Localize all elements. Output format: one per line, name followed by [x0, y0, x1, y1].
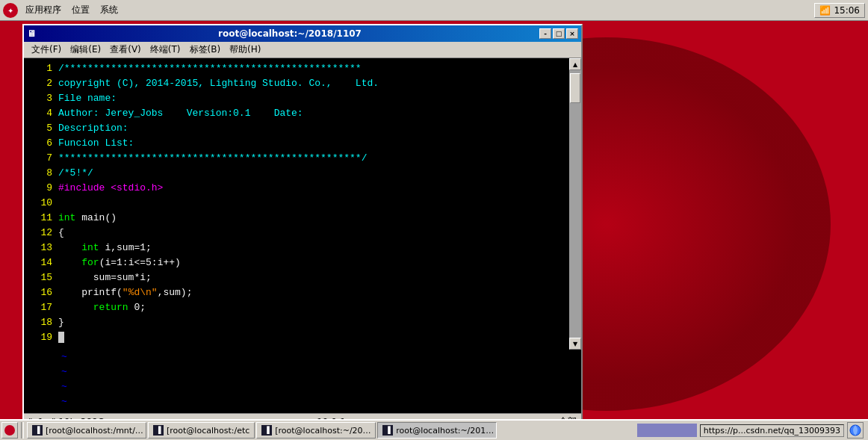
maximize-button[interactable]: □: [553, 28, 565, 39]
svg-text:✦: ✦: [7, 7, 13, 15]
taskbar-right: https://p...csdn.net/qq_13009393: [637, 422, 867, 439]
terminal-icon-3: ▐: [382, 425, 393, 436]
code-editor[interactable]: /***************************************…: [55, 58, 569, 350]
menu-edit[interactable]: 编辑(E): [66, 42, 105, 58]
menu-terminal[interactable]: 终端(T): [146, 42, 185, 58]
taskbar-item-1[interactable]: ▐ [root@localhost:/etc: [148, 422, 255, 439]
svg-point-2: [4, 425, 15, 436]
editor-area: 12345 678910 1112131415 16171819 /******…: [24, 58, 581, 350]
menu-help[interactable]: 帮助(H): [225, 42, 265, 58]
terminal-window: 🖥 root@localhost:~/2018/1107 - □ × 文件(F)…: [22, 24, 583, 431]
scroll-down-button[interactable]: ▼: [569, 338, 581, 350]
terminal-icon-0: ▐: [32, 425, 43, 436]
scroll-thumb[interactable]: [570, 73, 580, 103]
top-bar-right: 📶 15:06: [814, 3, 865, 18]
scroll-up-button[interactable]: ▲: [569, 58, 581, 70]
taskbar-item-3[interactable]: ▐ root@localhost:~/201…: [377, 422, 497, 439]
scroll-track[interactable]: [569, 70, 581, 338]
progress-bar: [637, 424, 697, 437]
vertical-scrollbar[interactable]: ▲ ▼: [569, 58, 581, 350]
terminal-icon-2: ▐: [261, 425, 272, 436]
clock: 15:06: [834, 5, 860, 16]
menu-apps[interactable]: 应用程序: [21, 2, 66, 18]
menu-tabs[interactable]: 标签(B): [185, 42, 226, 58]
url-display: https://p...csdn.net/qq_13009393: [700, 424, 844, 437]
os-logo: ✦: [3, 3, 18, 18]
menu-file[interactable]: 文件(F): [27, 42, 66, 58]
start-button[interactable]: [1, 422, 18, 439]
bottom-taskbar: ▐ [root@localhost:/mnt/… ▐ [root@localho…: [0, 419, 868, 440]
window-titlebar[interactable]: 🖥 root@localhost:~/2018/1107 - □ ×: [24, 25, 581, 42]
window-menubar: 文件(F) 编辑(E) 查看(V) 终端(T) 标签(B) 帮助(H): [24, 42, 581, 58]
top-menu[interactable]: 应用程序 位置 系统: [21, 2, 123, 18]
system-tray: 📶 15:06: [814, 3, 865, 18]
terminal-icon-1: ▐: [153, 425, 164, 436]
taskbar-item-0[interactable]: ▐ [root@localhost:/mnt/…: [27, 422, 146, 439]
menu-view[interactable]: 查看(V): [105, 42, 146, 58]
taskbar-separator: [21, 422, 24, 439]
close-button[interactable]: ×: [566, 28, 578, 39]
window-title: root@localhost:~/2018/1107: [40, 28, 539, 39]
line-numbers: 12345 678910 1112131415 16171819: [24, 58, 55, 350]
window-controls[interactable]: - □ ×: [539, 28, 578, 39]
window-title-icon: 🖥: [27, 28, 36, 39]
menu-position[interactable]: 位置: [67, 2, 94, 18]
browser-icon: [847, 422, 864, 439]
minimize-button[interactable]: -: [539, 28, 551, 39]
taskbar-item-2[interactable]: ▐ [root@localhost:~/20…: [256, 422, 376, 439]
menu-system[interactable]: 系统: [96, 2, 123, 18]
network-icon: 📶: [819, 5, 831, 16]
top-taskbar: ✦ 应用程序 位置 系统 📶 15:06: [0, 0, 868, 21]
